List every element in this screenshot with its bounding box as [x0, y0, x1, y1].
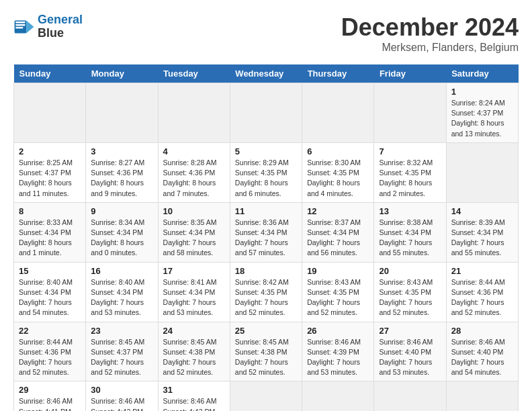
calendar-day-30: 30Sunrise: 8:46 AMSunset: 4:42 PMDayligh…: [86, 381, 158, 411]
svg-rect-3: [15, 24, 25, 26]
calendar-day-21: 21Sunrise: 8:44 AMSunset: 4:36 PMDayligh…: [446, 262, 518, 322]
calendar-day-11: 11Sunrise: 8:36 AMSunset: 4:34 PMDayligh…: [230, 202, 302, 262]
calendar-day-16: 16Sunrise: 8:40 AMSunset: 4:34 PMDayligh…: [86, 262, 158, 322]
empty-cell: [446, 381, 518, 411]
title-area: December 2024 Merksem, Flanders, Belgium: [341, 13, 519, 54]
calendar-day-6: 6Sunrise: 8:30 AMSunset: 4:35 PMDaylight…: [302, 142, 374, 202]
calendar-day-31: 31Sunrise: 8:46 AMSunset: 4:43 PMDayligh…: [158, 381, 230, 411]
calendar-day-27: 27Sunrise: 8:46 AMSunset: 4:40 PMDayligh…: [374, 322, 446, 381]
calendar-day-5: 5Sunrise: 8:29 AMSunset: 4:35 PMDaylight…: [230, 142, 302, 202]
weekday-header-row: SundayMondayTuesdayWednesdayThursdayFrid…: [14, 64, 519, 83]
svg-marker-1: [26, 20, 34, 33]
calendar-day-13: 13Sunrise: 8:38 AMSunset: 4:34 PMDayligh…: [374, 202, 446, 262]
calendar-day-3: 3Sunrise: 8:27 AMSunset: 4:36 PMDaylight…: [86, 142, 158, 202]
calendar-day-20: 20Sunrise: 8:43 AMSunset: 4:35 PMDayligh…: [374, 262, 446, 322]
calendar-table: SundayMondayTuesdayWednesdayThursdayFrid…: [13, 64, 519, 411]
calendar-week-4: 15Sunrise: 8:40 AMSunset: 4:34 PMDayligh…: [14, 262, 519, 322]
calendar-day-12: 12Sunrise: 8:37 AMSunset: 4:34 PMDayligh…: [302, 202, 374, 262]
calendar-day-4: 4Sunrise: 8:28 AMSunset: 4:36 PMDaylight…: [158, 142, 230, 202]
empty-cell: [230, 381, 302, 411]
calendar-day-22: 22Sunrise: 8:44 AMSunset: 4:36 PMDayligh…: [14, 322, 86, 381]
empty-cell: [446, 142, 518, 202]
calendar-day-24: 24Sunrise: 8:45 AMSunset: 4:38 PMDayligh…: [158, 322, 230, 381]
weekday-header-friday: Friday: [374, 64, 446, 83]
calendar-day-14: 14Sunrise: 8:39 AMSunset: 4:34 PMDayligh…: [446, 202, 518, 262]
month-title: December 2024: [341, 13, 519, 42]
calendar-day-17: 17Sunrise: 8:41 AMSunset: 4:34 PMDayligh…: [158, 262, 230, 322]
calendar-day-10: 10Sunrise: 8:35 AMSunset: 4:34 PMDayligh…: [158, 202, 230, 262]
calendar-week-1: 1Sunrise: 8:24 AMSunset: 4:37 PMDaylight…: [14, 83, 519, 143]
calendar-day-8: 8Sunrise: 8:33 AMSunset: 4:34 PMDaylight…: [14, 202, 86, 262]
page-header: General Blue December 2024 Merksem, Flan…: [13, 13, 519, 54]
empty-cell: [302, 381, 374, 411]
weekday-header-saturday: Saturday: [446, 64, 518, 83]
logo-text: General Blue: [38, 13, 83, 40]
calendar-week-5: 22Sunrise: 8:44 AMSunset: 4:36 PMDayligh…: [14, 322, 519, 381]
weekday-header-tuesday: Tuesday: [158, 64, 230, 83]
svg-rect-2: [15, 21, 25, 23]
empty-cell: [302, 83, 374, 143]
calendar-week-2: 2Sunrise: 8:25 AMSunset: 4:37 PMDaylight…: [14, 142, 519, 202]
empty-cell: [374, 83, 446, 143]
empty-cell: [374, 381, 446, 411]
calendar-day-1: 1Sunrise: 8:24 AMSunset: 4:37 PMDaylight…: [446, 83, 518, 143]
logo-icon: [13, 16, 35, 38]
calendar-week-6: 29Sunrise: 8:46 AMSunset: 4:41 PMDayligh…: [14, 381, 519, 411]
calendar-day-18: 18Sunrise: 8:42 AMSunset: 4:35 PMDayligh…: [230, 262, 302, 322]
calendar-day-23: 23Sunrise: 8:45 AMSunset: 4:37 PMDayligh…: [86, 322, 158, 381]
calendar-day-9: 9Sunrise: 8:34 AMSunset: 4:34 PMDaylight…: [86, 202, 158, 262]
logo: General Blue: [13, 13, 83, 40]
calendar-day-29: 29Sunrise: 8:46 AMSunset: 4:41 PMDayligh…: [14, 381, 86, 411]
weekday-header-wednesday: Wednesday: [230, 64, 302, 83]
calendar-day-28: 28Sunrise: 8:46 AMSunset: 4:40 PMDayligh…: [446, 322, 518, 381]
calendar-day-25: 25Sunrise: 8:45 AMSunset: 4:38 PMDayligh…: [230, 322, 302, 381]
calendar-day-15: 15Sunrise: 8:40 AMSunset: 4:34 PMDayligh…: [14, 262, 86, 322]
empty-cell: [14, 83, 86, 143]
calendar-day-26: 26Sunrise: 8:46 AMSunset: 4:39 PMDayligh…: [302, 322, 374, 381]
weekday-header-monday: Monday: [86, 64, 158, 83]
calendar-day-7: 7Sunrise: 8:32 AMSunset: 4:35 PMDaylight…: [374, 142, 446, 202]
location-subtitle: Merksem, Flanders, Belgium: [341, 42, 519, 54]
calendar-day-2: 2Sunrise: 8:25 AMSunset: 4:37 PMDaylight…: [14, 142, 86, 202]
svg-rect-4: [15, 27, 23, 28]
empty-cell: [230, 83, 302, 143]
calendar-week-3: 8Sunrise: 8:33 AMSunset: 4:34 PMDaylight…: [14, 202, 519, 262]
empty-cell: [158, 83, 230, 143]
empty-cell: [86, 83, 158, 143]
calendar-day-19: 19Sunrise: 8:43 AMSunset: 4:35 PMDayligh…: [302, 262, 374, 322]
weekday-header-thursday: Thursday: [302, 64, 374, 83]
weekday-header-sunday: Sunday: [14, 64, 86, 83]
